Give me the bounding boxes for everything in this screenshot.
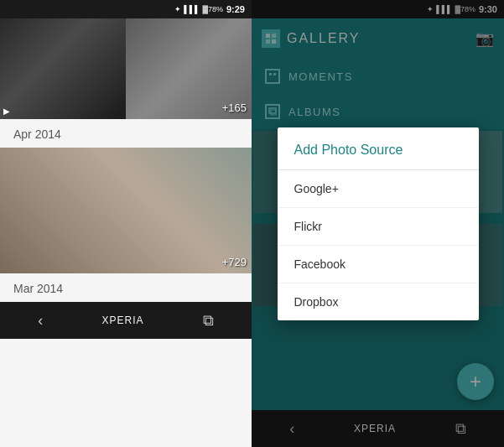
dialog-title: Add Photo Source [278,127,479,170]
right-panel: ✦ ▌▌▌ ▓78% 9:30 GALLERY 📷 MO [252,0,504,447]
date-march: Mar 2014 [0,273,252,302]
left-panel: ✦ ▌▌▌ ▓78% 9:29 ▶ +165 Apr 2014 +729 Mar… [0,0,252,447]
status-icons-left: ✦ ▌▌▌ ▓78% [174,5,223,13]
signal-icon-left: ▌▌▌ [184,5,200,13]
dialog-item-googleplus[interactable]: Google+ [278,170,479,208]
bottom-photos: +729 [0,148,252,273]
photo-thumb-3[interactable]: +729 [0,148,252,273]
status-bar-left: ✦ ▌▌▌ ▓78% 9:29 [0,0,252,18]
battery-icon-left: ▓78% [202,5,223,13]
bluetooth-icon-left: ✦ [174,5,181,13]
dialog-overlay: Add Photo Source Google+ Flickr Facebook… [252,0,504,447]
date-april: Apr 2014 [0,119,252,148]
nav-bar-left: ‹ XPERIA ⧉ [0,302,252,339]
add-photo-source-dialog: Add Photo Source Google+ Flickr Facebook… [278,127,479,320]
dialog-item-dropbox[interactable]: Dropbox [278,283,479,320]
video-icon: ▶ [3,107,10,116]
photo-count-bottom: +729 [222,256,247,268]
back-button-left[interactable]: ‹ [21,305,60,336]
photo-thumb-1[interactable]: ▶ [0,18,126,119]
menu-button-left[interactable]: ⧉ [186,305,231,336]
photo-count-top: +165 [222,101,247,114]
dialog-item-flickr[interactable]: Flickr [278,208,479,246]
photo-thumb-2[interactable]: +165 [126,18,252,119]
time-left: 9:29 [226,4,245,14]
brand-label-left: XPERIA [101,314,143,326]
top-photos: ▶ +165 [0,18,252,119]
dialog-item-facebook[interactable]: Facebook [278,246,479,283]
